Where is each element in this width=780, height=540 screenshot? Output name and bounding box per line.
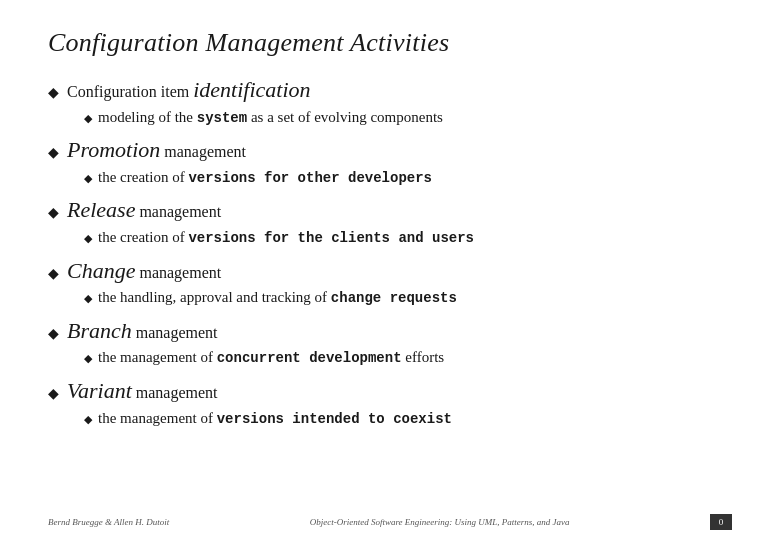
label-identification: Configuration item identification — [67, 76, 311, 105]
sub-diamond-icon: ◆ — [84, 291, 92, 306]
label-promotion: Promotion management — [67, 136, 246, 165]
diamond-icon-release: ◆ — [48, 204, 59, 221]
footer-book: Object-Oriented Software Engineering: Us… — [310, 517, 570, 527]
sub-text-change: the handling, approval and tracking of c… — [98, 287, 457, 309]
sub-list-change: ◆ the handling, approval and tracking of… — [48, 287, 732, 309]
sub-bullet-release: ◆ the creation of versions for the clien… — [84, 227, 732, 249]
slide-title: Configuration Management Activities — [48, 28, 732, 58]
diamond-icon-identification: ◆ — [48, 84, 59, 101]
sub-bullet-branch: ◆ the management of concurrent developme… — [84, 347, 732, 369]
diamond-icon-change: ◆ — [48, 265, 59, 282]
sub-diamond-icon: ◆ — [84, 171, 92, 186]
diamond-icon-variant: ◆ — [48, 385, 59, 402]
label-release: Release management — [67, 196, 221, 225]
sub-bullet-variant: ◆ the management of versions intended to… — [84, 408, 732, 430]
sub-bullet-identification: ◆ modeling of the system as a set of evo… — [84, 107, 732, 129]
sub-bullet-change: ◆ the handling, approval and tracking of… — [84, 287, 732, 309]
sub-text-identification: modeling of the system as a set of evolv… — [98, 107, 443, 129]
sub-text-release: the creation of versions for the clients… — [98, 227, 474, 249]
slide: Configuration Management Activities ◆ Co… — [0, 0, 780, 540]
sub-list-promotion: ◆ the creation of versions for other dev… — [48, 167, 732, 189]
footer-page: 0 — [710, 514, 732, 530]
label-variant: Variant management — [67, 377, 218, 406]
sub-text-branch: the management of concurrent development… — [98, 347, 444, 369]
sub-list-variant: ◆ the management of versions intended to… — [48, 408, 732, 430]
sub-diamond-icon: ◆ — [84, 351, 92, 366]
sub-bullet-promotion: ◆ the creation of versions for other dev… — [84, 167, 732, 189]
sub-diamond-icon: ◆ — [84, 111, 92, 126]
bullet-release: ◆ Release management ◆ the creation of v… — [48, 196, 732, 248]
label-change: Change management — [67, 257, 221, 286]
main-bullet-list: ◆ Configuration item identification ◆ mo… — [48, 76, 732, 429]
bullet-promotion: ◆ Promotion management ◆ the creation of… — [48, 136, 732, 188]
footer-author: Bernd Bruegge & Allen H. Dutoit — [48, 517, 169, 527]
footer: Bernd Bruegge & Allen H. Dutoit Object-O… — [0, 514, 780, 530]
bullet-identification: ◆ Configuration item identification ◆ mo… — [48, 76, 732, 128]
sub-diamond-icon: ◆ — [84, 231, 92, 246]
sub-diamond-icon: ◆ — [84, 412, 92, 427]
bullet-change: ◆ Change management ◆ the handling, appr… — [48, 257, 732, 309]
bullet-branch: ◆ Branch management ◆ the management of … — [48, 317, 732, 369]
diamond-icon-promotion: ◆ — [48, 144, 59, 161]
label-branch: Branch management — [67, 317, 218, 346]
bullet-variant: ◆ Variant management ◆ the management of… — [48, 377, 732, 429]
sub-text-promotion: the creation of versions for other devel… — [98, 167, 432, 189]
sub-text-variant: the management of versions intended to c… — [98, 408, 452, 430]
sub-list-branch: ◆ the management of concurrent developme… — [48, 347, 732, 369]
diamond-icon-branch: ◆ — [48, 325, 59, 342]
sub-list-identification: ◆ modeling of the system as a set of evo… — [48, 107, 732, 129]
sub-list-release: ◆ the creation of versions for the clien… — [48, 227, 732, 249]
